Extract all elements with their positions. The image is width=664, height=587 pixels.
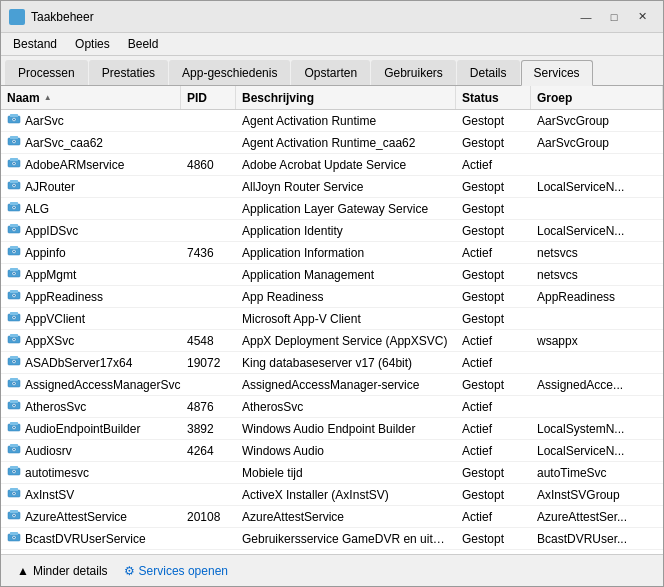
cell-naam: AxInstSV	[1, 484, 181, 505]
content-area: Naam ▲ PID Beschrijving Status Groep	[1, 86, 663, 554]
cell-status: Gestopt	[456, 288, 531, 306]
cell-groep: netsvcs	[531, 244, 663, 262]
svg-point-7	[13, 119, 15, 121]
cell-groep: AarSvcGroup	[531, 134, 663, 152]
cell-groep: AzureAttestSer...	[531, 508, 663, 526]
table-row[interactable]: autotimesvc Mobiele tijd Gestopt autoTim…	[1, 462, 663, 484]
table-row[interactable]: AtherosSvc 4876 AtherosSvc Actief	[1, 396, 663, 418]
cell-pid	[181, 119, 236, 123]
cell-status: Gestopt	[456, 222, 531, 240]
cell-naam: AssignedAccessManagerSvc	[1, 374, 181, 395]
table-header: Naam ▲ PID Beschrijving Status Groep	[1, 86, 663, 110]
fewer-details-button[interactable]: ▲ Minder details	[9, 561, 116, 581]
service-icon	[7, 178, 21, 195]
cell-naam: AtherosSvc	[1, 396, 181, 417]
tab-prestaties[interactable]: Prestaties	[89, 60, 168, 85]
tab-opstarten[interactable]: Opstarten	[291, 60, 370, 85]
title-bar: Taakbeheer — □ ✕	[1, 1, 663, 33]
svg-point-31	[13, 251, 15, 253]
cell-naam: AppReadiness	[1, 286, 181, 307]
table-row[interactable]: AarSvc_caa62 Agent Activation Runtime_ca…	[1, 132, 663, 154]
table-row[interactable]: AppReadiness App Readiness Gestopt AppRe…	[1, 286, 663, 308]
table-row[interactable]: AJRouter AllJoyn Router Service Gestopt …	[1, 176, 663, 198]
table-row[interactable]: ALG Application Layer Gateway Service Ge…	[1, 198, 663, 220]
cell-beschrijving: Adobe Acrobat Update Service	[236, 156, 456, 174]
svg-rect-41	[10, 312, 18, 315]
cell-pid	[181, 185, 236, 189]
table-row[interactable]: AppXSvc 4548 AppX Deployment Service (Ap…	[1, 330, 663, 352]
table-row[interactable]: Appinfo 7436 Application Information Act…	[1, 242, 663, 264]
service-icon	[7, 464, 21, 481]
col-header-status[interactable]: Status	[456, 86, 531, 109]
tab-processen[interactable]: Processen	[5, 60, 88, 85]
svg-point-43	[13, 317, 15, 319]
tab-gebruikers[interactable]: Gebruikers	[371, 60, 456, 85]
cell-beschrijving: App Readiness	[236, 288, 456, 306]
table-row[interactable]: AudioEndpointBuilder 3892 Windows Audio …	[1, 418, 663, 440]
svg-point-59	[13, 405, 15, 407]
service-icon	[7, 288, 21, 305]
title-bar-left: Taakbeheer	[9, 9, 94, 25]
table-row[interactable]: ASADbServer17x64 19072 King databaseserv…	[1, 352, 663, 374]
svg-point-55	[13, 383, 15, 385]
cell-groep: AarSvcGroup	[531, 112, 663, 130]
cell-groep: AppReadiness	[531, 288, 663, 306]
cell-groep	[531, 207, 663, 211]
cell-groep	[531, 163, 663, 167]
maximize-button[interactable]: □	[601, 7, 627, 27]
table-row[interactable]: AppIDSvc Application Identity Gestopt Lo…	[1, 220, 663, 242]
menu-bestand[interactable]: Bestand	[5, 35, 65, 53]
col-header-pid[interactable]: PID	[181, 86, 236, 109]
col-header-naam[interactable]: Naam ▲	[1, 86, 181, 109]
tab-services[interactable]: Services	[521, 60, 593, 86]
cell-groep: wsappx	[531, 332, 663, 350]
service-icon	[7, 530, 21, 547]
menu-bar: Bestand Opties Beeld	[1, 33, 663, 56]
minimize-button[interactable]: —	[573, 7, 599, 27]
table-body[interactable]: AarSvc Agent Activation Runtime Gestopt …	[1, 110, 663, 554]
table-row[interactable]: BcastDVRUserService Gebruikersservice Ga…	[1, 528, 663, 550]
menu-beeld[interactable]: Beeld	[120, 35, 167, 53]
services-open-link[interactable]: ⚙ Services openen	[124, 564, 228, 578]
table-row[interactable]: AssignedAccessManagerSvc AssignedAccessM…	[1, 374, 663, 396]
cell-pid: 4860	[181, 156, 236, 174]
cell-pid: 7436	[181, 244, 236, 262]
cell-groep	[531, 361, 663, 365]
cell-groep: AxInstSVGroup	[531, 486, 663, 504]
tab-details[interactable]: Details	[457, 60, 520, 85]
col-header-beschrijving[interactable]: Beschrijving	[236, 86, 456, 109]
col-header-groep[interactable]: Groep	[531, 86, 663, 109]
cell-beschrijving: Gebruikersservice GameDVR en uitze...	[236, 530, 456, 548]
cell-naam: AarSvc	[1, 110, 181, 131]
cell-pid	[181, 537, 236, 541]
table-row[interactable]: AxInstSV ActiveX Installer (AxInstSV) Ge…	[1, 484, 663, 506]
cell-status: Gestopt	[456, 266, 531, 284]
table-row[interactable]: AppVClient Microsoft App-V Client Gestop…	[1, 308, 663, 330]
svg-rect-37	[10, 290, 18, 293]
cell-naam: Appinfo	[1, 242, 181, 263]
cell-pid	[181, 229, 236, 233]
svg-point-83	[13, 537, 15, 539]
cell-status: Actief	[456, 244, 531, 262]
table-row[interactable]: AppMgmt Application Management Gestopt n…	[1, 264, 663, 286]
cell-beschrijving: AllJoyn Router Service	[236, 178, 456, 196]
svg-rect-9	[10, 136, 18, 139]
cell-naam: AzureAttestService	[1, 506, 181, 527]
tab-app-geschiedenis[interactable]: App-geschiedenis	[169, 60, 290, 85]
cell-beschrijving: Windows Audio Endpoint Builder	[236, 420, 456, 438]
cell-naam: AarSvc_caa62	[1, 132, 181, 153]
service-icon	[7, 266, 21, 283]
close-button[interactable]: ✕	[629, 7, 655, 27]
svg-rect-33	[10, 268, 18, 271]
cell-status: Gestopt	[456, 464, 531, 482]
task-manager-window: Taakbeheer — □ ✕ Bestand Opties Beeld Pr…	[0, 0, 664, 587]
table-row[interactable]: AarSvc Agent Activation Runtime Gestopt …	[1, 110, 663, 132]
table-row[interactable]: Audiosrv 4264 Windows Audio Actief Local…	[1, 440, 663, 462]
table-row[interactable]: AdobeARMservice 4860 Adobe Acrobat Updat…	[1, 154, 663, 176]
svg-rect-2	[11, 18, 16, 23]
menu-opties[interactable]: Opties	[67, 35, 118, 53]
cell-status: Gestopt	[456, 200, 531, 218]
cell-pid: 19072	[181, 354, 236, 372]
svg-rect-73	[10, 488, 18, 491]
table-row[interactable]: AzureAttestService 20108 AzureAttestServ…	[1, 506, 663, 528]
